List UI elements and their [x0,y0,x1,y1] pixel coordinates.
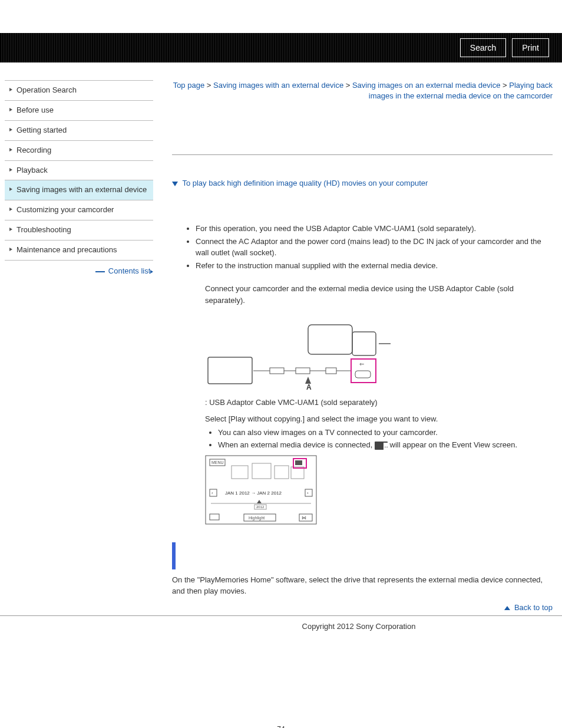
page-number: 74 [0,725,562,728]
svg-rect-6 [326,368,336,374]
svg-rect-13 [355,371,371,378]
svg-rect-19 [252,463,271,479]
sidebar-item-recording[interactable]: Recording [5,141,153,161]
contents-list-label[interactable]: Contents list [108,266,151,275]
sidebar-item-maintenance[interactable]: Maintenance and precautions [5,241,153,261]
svg-marker-29 [257,500,262,503]
sidebar-item-customizing[interactable]: Customizing your camcorder [5,200,153,220]
svg-text:A: A [306,383,312,390]
collapsible-title[interactable]: To play back high definition image quali… [182,179,428,187]
breadcrumb-saving-ext[interactable]: Saving images with an external device [213,81,343,90]
sub-note: You can also view images on a TV connect… [218,427,553,439]
connection-diagram: ⇐ A [205,313,394,390]
sidebar: Operation Search Before use Getting star… [0,80,163,612]
sidebar-item-before-use[interactable]: Before use [5,101,153,121]
main-content: Top page > Saving images with an externa… [163,80,562,612]
prep-item: For this operation, you need the USB Ada… [196,223,553,235]
sub-notes: You can also view images on a TV connect… [218,427,553,452]
sub-note-post: will appear on the Event View screen. [390,440,518,449]
breadcrumb: Top page > Saving images with an externa… [172,80,553,101]
svg-text:⋈: ⋈ [302,515,306,521]
sidebar-item-troubleshooting[interactable]: Troubleshooting [5,220,153,241]
breadcrumb-saving-media[interactable]: Saving images on an external media devic… [352,81,500,90]
step-1: Connect your camcorder and the external … [205,283,553,525]
sidebar-item-getting-started[interactable]: Getting started [5,121,153,141]
svg-rect-2 [270,368,284,374]
svg-text:⇐: ⇐ [359,361,364,367]
search-button[interactable]: Search [460,38,506,57]
svg-text:›: › [307,490,309,496]
print-button[interactable]: Print [512,38,549,57]
breadcrumb-top[interactable]: Top page [173,81,205,90]
sidebar-item-saving-external[interactable]: Saving images with an external device [5,180,153,200]
arrow-up-icon [504,606,510,610]
svg-rect-8 [308,325,352,354]
contents-list-link[interactable]: Contents list [5,266,153,275]
sidebar-item-operation-search[interactable]: Operation Search [5,81,153,101]
sidebar-nav: Operation Search Before use Getting star… [5,80,153,261]
svg-text:2012: 2012 [256,505,265,509]
prep-item: Connect the AC Adaptor and the power cor… [196,236,553,259]
svg-rect-4 [296,368,310,374]
lcd-screen-diagram: MENU ‹ JAN 1 2012 → JAN 2 2012 [205,455,317,525]
svg-rect-18 [232,466,248,479]
playmemories-text: On the "PlayMemories Home" software, sel… [172,574,553,597]
label-a: : USB Adaptor Cable VMC-UAM1 (sold separ… [205,397,553,409]
svg-rect-24 [210,489,217,496]
back-to-top[interactable]: Back to top [172,603,553,612]
lcd-date: JAN 1 2012 → JAN 2 2012 [225,490,282,496]
lcd-menu: MENU [211,460,224,465]
prep-list: For this operation, you need the USB Ada… [196,223,553,271]
svg-rect-20 [275,466,289,479]
sub-note-pre: When an external media device is connect… [218,440,375,449]
copyright: Copyright 2012 Sony Corporation [156,616,562,654]
lcd-highlight: Highlight [249,516,265,521]
step-2-text: Select [Play without copying.] and selec… [205,413,553,425]
back-to-top-label[interactable]: Back to top [514,603,553,612]
collapsible-section[interactable]: To play back high definition image quali… [172,179,553,187]
svg-rect-9 [352,332,376,355]
sidebar-item-playback[interactable]: Playback [5,161,153,181]
svg-rect-26 [305,489,312,496]
svg-rect-32 [210,514,219,520]
top-bar: Search Print [0,33,562,62]
section-marker [172,542,176,569]
external-media-icon [375,442,388,450]
svg-text:‹: ‹ [211,490,213,496]
sub-note: When an external media device is connect… [218,439,553,452]
step-1-text: Connect your camcorder and the external … [205,283,553,306]
chevron-down-icon [172,182,178,186]
svg-rect-23 [295,460,302,465]
prep-item: Refer to the instruction manual supplied… [196,260,553,272]
svg-rect-0 [208,357,252,384]
